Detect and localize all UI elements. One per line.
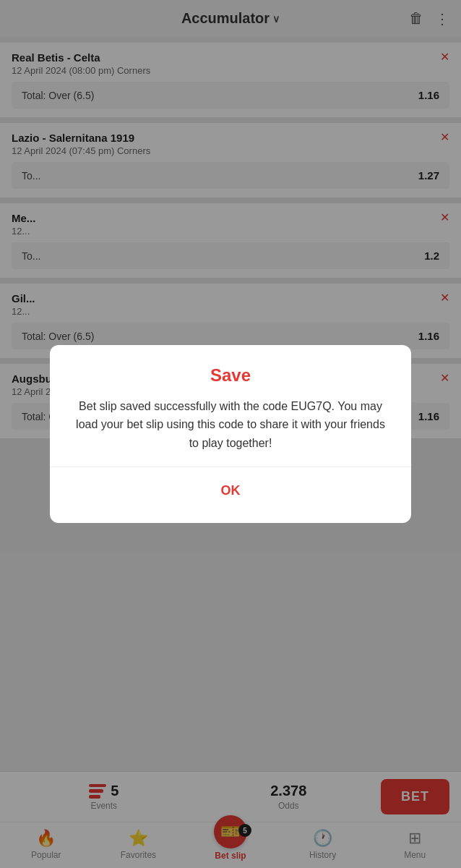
modal-divider bbox=[50, 467, 411, 467]
modal-ok-button[interactable]: OK bbox=[73, 479, 388, 503]
modal-title: Save bbox=[73, 365, 388, 386]
save-modal: Save Bet slip saved successfully with th… bbox=[50, 345, 411, 524]
modal-overlay: Save Bet slip saved successfully with th… bbox=[0, 0, 461, 868]
modal-body: Bet slip saved successfully with the cod… bbox=[73, 397, 388, 453]
